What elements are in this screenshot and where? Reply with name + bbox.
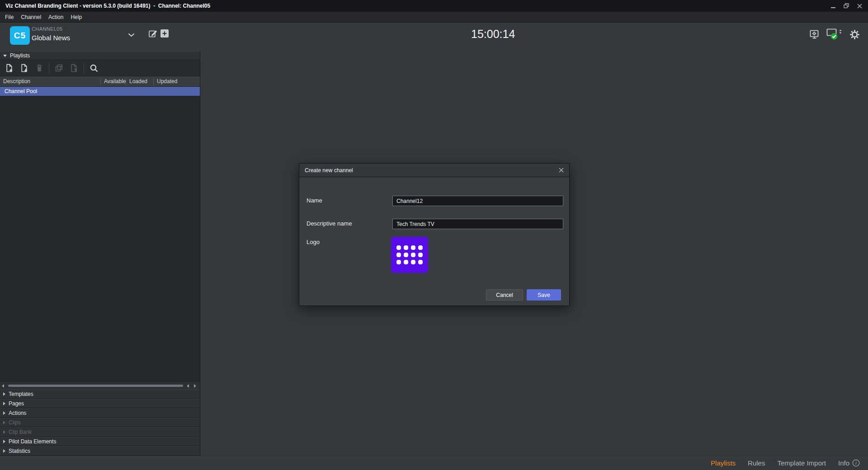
add-channel-button[interactable] bbox=[160, 29, 169, 38]
section-label: Statistics bbox=[9, 448, 30, 454]
export-playlist-button bbox=[66, 61, 81, 75]
statusbar-tab-template-import[interactable]: Template Import bbox=[777, 459, 826, 467]
playlists-toolbar bbox=[0, 60, 200, 76]
scroll-left-arrow[interactable] bbox=[187, 384, 189, 388]
playlists-panel: Playlists Description Available Loaded U… bbox=[0, 51, 200, 456]
scroll-left-arrow[interactable] bbox=[2, 384, 4, 388]
new-playlist-button[interactable] bbox=[2, 61, 17, 75]
playout-status-button[interactable] bbox=[826, 28, 843, 40]
section-label: Pages bbox=[9, 400, 24, 407]
close-icon bbox=[857, 4, 862, 9]
menu-bar: File Channel Action Help bbox=[0, 12, 868, 23]
statusbar-tab-info[interactable]: Info i bbox=[838, 459, 860, 467]
section-pages[interactable]: Pages bbox=[0, 399, 200, 408]
logo-label: Logo bbox=[307, 239, 320, 245]
section-templates[interactable]: Templates bbox=[0, 389, 200, 399]
section-label: Clips bbox=[9, 419, 21, 426]
section-label: Clip Bank bbox=[9, 429, 32, 435]
collapsed-arrow-icon bbox=[3, 421, 5, 424]
expanded-arrow-icon bbox=[3, 55, 7, 57]
scroll-right-arrow[interactable] bbox=[194, 384, 196, 388]
column-header-available[interactable]: Available bbox=[100, 78, 126, 85]
collapsed-arrow-icon bbox=[3, 430, 5, 434]
dot-grid-logo bbox=[395, 244, 424, 266]
collapsed-arrow-icon bbox=[3, 449, 5, 453]
descriptive-name-input[interactable] bbox=[392, 219, 563, 229]
channel-id: CHANNEL05 bbox=[32, 26, 70, 32]
section-statistics[interactable]: Statistics bbox=[0, 446, 200, 456]
close-icon bbox=[559, 168, 564, 173]
menu-item-channel[interactable]: Channel bbox=[17, 14, 45, 20]
status-bar: Playlists Rules Template Import Info i bbox=[0, 456, 868, 470]
svg-text:i: i bbox=[855, 461, 857, 465]
title-bar: Viz Channel Branding Client - version 5.… bbox=[0, 0, 868, 12]
search-icon bbox=[90, 64, 98, 72]
output-settings-button[interactable] bbox=[809, 29, 820, 39]
collapsed-arrow-icon bbox=[3, 402, 5, 405]
section-label: Templates bbox=[9, 391, 33, 397]
edit-icon bbox=[148, 29, 158, 38]
menu-item-file[interactable]: File bbox=[1, 14, 17, 20]
dialog-title: Create new channel bbox=[305, 167, 353, 174]
column-header-loaded[interactable]: Loaded bbox=[126, 78, 153, 85]
close-button[interactable] bbox=[856, 3, 863, 9]
delete-playlist-button bbox=[32, 61, 47, 75]
column-header-description[interactable]: Description bbox=[0, 78, 100, 85]
minimize-icon bbox=[831, 7, 835, 8]
channel-dropdown-button[interactable] bbox=[128, 33, 135, 37]
channel-logo-badge: C5 bbox=[10, 26, 30, 45]
statusbar-tab-rules[interactable]: Rules bbox=[748, 459, 765, 467]
section-label: Pilot Data Elements bbox=[9, 438, 56, 445]
scrollbar-thumb[interactable] bbox=[8, 385, 183, 387]
import-playlist-button[interactable] bbox=[17, 61, 32, 75]
delete-icon bbox=[35, 64, 43, 72]
minimize-button[interactable] bbox=[830, 3, 836, 9]
playlists-table-body bbox=[0, 96, 200, 381]
plus-icon bbox=[160, 29, 169, 38]
new-playlist-icon bbox=[5, 64, 14, 72]
restore-button[interactable] bbox=[843, 3, 849, 9]
copy-playlist-icon bbox=[55, 64, 63, 72]
export-playlist-icon bbox=[70, 64, 78, 72]
collapsed-arrow-icon bbox=[3, 411, 5, 415]
section-clips: Clips bbox=[0, 418, 200, 427]
save-button[interactable]: Save bbox=[527, 289, 561, 301]
section-pilot-data-elements[interactable]: Pilot Data Elements bbox=[0, 437, 200, 446]
clock: 15:00:14 bbox=[471, 28, 515, 41]
toolbar-separator bbox=[49, 63, 49, 74]
search-button[interactable] bbox=[86, 61, 101, 75]
copy-playlist-button bbox=[52, 61, 66, 75]
descriptive-name-label: Descriptive name bbox=[307, 220, 352, 227]
edit-channel-button[interactable] bbox=[148, 29, 158, 38]
window-controls bbox=[830, 3, 863, 9]
statusbar-tab-playlists[interactable]: Playlists bbox=[711, 459, 736, 467]
playlist-row-description: Channel Pool bbox=[5, 88, 37, 94]
section-label: Actions bbox=[9, 410, 26, 416]
collapsed-arrow-icon bbox=[3, 392, 5, 396]
name-label: Name bbox=[307, 197, 322, 204]
playlists-section-header[interactable]: Playlists bbox=[0, 51, 200, 60]
window-title: Viz Channel Branding Client - version 5.… bbox=[5, 3, 210, 9]
monitor-check-icon bbox=[826, 28, 843, 40]
info-icon: i bbox=[852, 459, 860, 467]
info-label: Info bbox=[838, 459, 849, 467]
cancel-button[interactable]: Cancel bbox=[486, 289, 523, 301]
dialog-close-button[interactable] bbox=[559, 168, 564, 173]
menu-item-help[interactable]: Help bbox=[67, 14, 85, 20]
playlists-table-header: Description Available Loaded Updated bbox=[0, 76, 200, 87]
create-channel-dialog: Create new channel Name Descriptive name… bbox=[299, 163, 570, 306]
import-playlist-icon bbox=[20, 64, 28, 72]
section-clip-bank: Clip Bank bbox=[0, 427, 200, 437]
playlist-row-channel-pool[interactable]: Channel Pool bbox=[0, 87, 200, 96]
name-input[interactable] bbox=[392, 196, 563, 206]
settings-button[interactable] bbox=[849, 29, 860, 40]
collapsed-arrow-icon bbox=[3, 440, 5, 443]
column-header-updated[interactable]: Updated bbox=[153, 78, 200, 85]
header-right-icons bbox=[809, 28, 860, 40]
channel-logo-preview[interactable] bbox=[391, 237, 428, 273]
monitor-gear-icon bbox=[809, 29, 820, 39]
menu-item-action[interactable]: Action bbox=[45, 14, 67, 20]
channel-selector[interactable]: CHANNEL05 Global News bbox=[32, 26, 70, 42]
section-actions[interactable]: Actions bbox=[0, 408, 200, 418]
playlists-section-label: Playlists bbox=[10, 52, 30, 59]
